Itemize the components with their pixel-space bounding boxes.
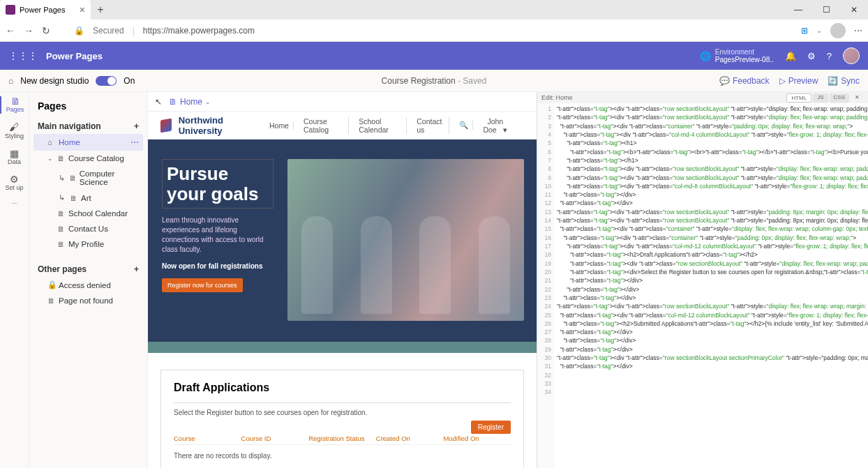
app-launcher-icon[interactable]: ⋮⋮⋮	[8, 50, 38, 61]
subpage-icon: ↳	[59, 174, 66, 183]
tree-home[interactable]: ⌂Home⋯	[33, 134, 143, 151]
line-gutter: 1234567891011121314151617181920212223242…	[537, 103, 554, 468]
environment-icon: 🌐	[700, 51, 711, 61]
page-icon: 🗎	[57, 240, 66, 248]
rail-styling[interactable]: 🖌Styling	[5, 122, 24, 139]
document-title-area: Course Registration - Saved	[382, 76, 487, 86]
nav-contact-us[interactable]: Contact us	[412, 117, 449, 134]
browser-tab[interactable]: Power Pages ×	[0, 0, 91, 20]
toggle-state: On	[124, 76, 135, 86]
tab-title: Power Pages	[20, 6, 65, 14]
close-tab-icon[interactable]: ×	[80, 4, 85, 15]
user-menu[interactable]: John Doe ▾	[479, 117, 524, 134]
breadcrumb-home[interactable]: 🗎 Home ⌄	[169, 97, 211, 107]
canvas-area: ↖ 🗎 Home ⌄ Northwind University Home Cou…	[148, 92, 537, 468]
code-tab-js[interactable]: JS	[813, 93, 828, 103]
sub-header: ⌂ New design studio On Course Registrati…	[0, 70, 868, 92]
tree-contact-us[interactable]: 🗎Contact Us	[33, 221, 143, 236]
url-input[interactable]	[143, 26, 793, 36]
nav-home[interactable]: Home	[265, 121, 294, 130]
code-editor-body[interactable]: 1234567891011121314151617181920212223242…	[537, 103, 868, 468]
refresh-button[interactable]: ↻	[42, 25, 50, 36]
close-window-button[interactable]: ✕	[840, 5, 868, 15]
chevron-down-icon[interactable]: ⌄	[205, 98, 211, 105]
site-name: Northwind University	[179, 115, 258, 136]
browser-menu-icon[interactable]: ⋯	[854, 26, 862, 36]
user-avatar[interactable]	[843, 47, 860, 64]
tree-school-calendar[interactable]: 🗎School Calendar	[33, 206, 143, 221]
forward-button[interactable]: →	[24, 25, 33, 36]
help-icon[interactable]: ?	[827, 51, 832, 61]
hero-image	[287, 159, 524, 321]
tree-page-not-found[interactable]: 🗎Page not found	[33, 293, 143, 308]
lock-icon: 🔒	[47, 280, 56, 289]
tree-art[interactable]: ↳🗎Art	[33, 190, 143, 206]
left-rail: 🗎Pages 🖌Styling ▦Data ⚙Set up ···	[0, 92, 29, 468]
page-icon: 🗎	[69, 174, 77, 182]
sync-button[interactable]: 🔄 Sync	[828, 76, 860, 86]
tree-computer-science[interactable]: ↳🗎Computer Science	[33, 166, 143, 190]
settings-icon[interactable]: ⚙	[807, 51, 816, 61]
site-nav: Home Course Catalog School Calendar Cont…	[265, 117, 524, 134]
site-header: Northwind University Home Course Catalog…	[148, 112, 537, 139]
minimize-button[interactable]: —	[784, 5, 812, 15]
rail-pages[interactable]: 🗎Pages	[0, 96, 29, 114]
back-button[interactable]: ←	[6, 25, 15, 36]
feedback-button[interactable]: 💬 Feedback	[719, 76, 770, 86]
draft-applications-section: Draft Applications Select the Register b…	[148, 353, 537, 468]
lock-icon: 🔒	[74, 26, 84, 36]
site-logo-icon	[160, 118, 172, 133]
rail-setup[interactable]: ⚙Set up	[5, 174, 23, 192]
dropdown-icon[interactable]: ⌄	[816, 27, 822, 34]
register-button[interactable]: Register	[471, 421, 511, 434]
secured-label: Secured	[93, 26, 124, 36]
home-icon[interactable]: ⌂	[8, 76, 13, 86]
notifications-icon[interactable]: 🔔	[785, 51, 796, 61]
hero-title: Pursueyour goals	[167, 164, 269, 204]
site-preview: Northwind University Home Course Catalog…	[148, 112, 537, 468]
code-editor-header: Edit: Home HTML JS CSS ✕	[537, 92, 868, 103]
rail-data[interactable]: ▦Data	[8, 149, 21, 166]
draft-title: Draft Applications	[174, 382, 511, 394]
environment-picker[interactable]: Environment PagesPreview-08..	[715, 48, 774, 63]
selector-icon[interactable]: ↖	[155, 97, 162, 107]
chevron-down-icon[interactable]: ⌄	[47, 155, 54, 162]
pages-panel-title: Pages	[33, 98, 143, 119]
hero-text-card[interactable]: Pursueyour goals	[162, 159, 274, 209]
code-tab-html[interactable]: HTML	[786, 93, 811, 103]
other-pages-header: Other pages +	[33, 262, 143, 277]
search-icon[interactable]: 🔍	[455, 121, 473, 130]
hero-cta-button[interactable]: Register now for courses	[162, 278, 243, 292]
canvas-toolbar: ↖ 🗎 Home ⌄	[148, 92, 537, 112]
pages-panel: Pages Main navigation + ⌂Home⋯ ⌄🗎Course …	[29, 92, 148, 468]
page-icon: 🗎	[70, 194, 78, 202]
table-header: Course Course ID Registration Status Cre…	[174, 435, 511, 445]
close-code-panel-icon[interactable]: ✕	[851, 93, 864, 103]
code-lines[interactable]: "t-attr">class="t-tag"><div "t-attr">cla…	[554, 103, 868, 468]
preview-button[interactable]: ▷ Preview	[779, 76, 818, 86]
favicon-icon	[6, 5, 15, 15]
browser-titlebar: Power Pages × + — ☐ ✕	[0, 0, 868, 20]
add-page-button[interactable]: +	[134, 121, 139, 131]
browser-profile-avatar[interactable]	[830, 23, 846, 38]
rail-more[interactable]: ···	[12, 200, 17, 207]
page-icon: 🗎	[169, 97, 177, 107]
nav-course-catalog[interactable]: Course Catalog	[299, 117, 349, 134]
tree-item-menu-icon[interactable]: ⋯	[130, 137, 139, 147]
canvas-content[interactable]: Northwind University Home Course Catalog…	[148, 112, 537, 468]
main-nav-header: Main navigation +	[33, 119, 143, 134]
new-tab-button[interactable]: +	[91, 3, 110, 16]
tree-course-catalog[interactable]: ⌄🗎Course Catalog	[33, 151, 143, 166]
nav-school-calendar[interactable]: School Calendar	[354, 117, 407, 134]
collections-icon[interactable]: ⊞	[801, 26, 808, 36]
maximize-button[interactable]: ☐	[812, 5, 840, 15]
draft-hint: Select the Register button to see course…	[174, 409, 511, 416]
code-tab-css[interactable]: CSS	[830, 93, 849, 103]
design-studio-toggle[interactable]	[96, 76, 117, 86]
add-other-page-button[interactable]: +	[134, 264, 139, 274]
tree-access-denied[interactable]: 🔒Access denied	[33, 277, 143, 293]
tree-my-profile[interactable]: 🗎My Profile	[33, 236, 143, 252]
page-icon: 🗎	[57, 154, 66, 163]
subpage-icon: ↳	[59, 193, 67, 202]
divider-strip	[148, 342, 537, 353]
